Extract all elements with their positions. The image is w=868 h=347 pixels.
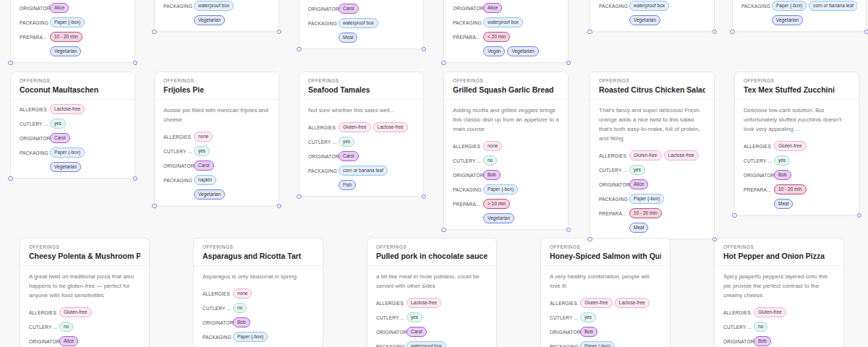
tag-list: Bob xyxy=(233,317,250,327)
tag-list: Fish xyxy=(339,180,356,190)
field-rows: ALLERGIES Gluten-free CUTLERY ... no ORI… xyxy=(29,307,140,346)
card-handle-bottom-left[interactable] xyxy=(441,61,446,66)
field-label: PACKAGING xyxy=(453,187,483,192)
card-title: Tex Mex Stuffed Zucchini xyxy=(744,85,850,94)
card-handle-bottom-left[interactable] xyxy=(152,204,157,209)
field-row: ALLERGIES Gluten-free xyxy=(723,307,835,317)
field-rows: ALLERGIES none CUTLERY ... yes ORIGINATO… xyxy=(163,132,270,200)
offering-card[interactable]: PACKAGING waterproof box Vegetarian xyxy=(154,0,279,32)
field-label: CUTLERY ... xyxy=(20,121,50,127)
tag-list: Alice xyxy=(50,3,69,13)
tag-pill: Bob xyxy=(774,170,791,180)
tag-pill: Paper (-box) xyxy=(580,341,615,347)
card-body: PACKAGING waterproof box Vegetarian xyxy=(155,0,278,31)
tag-list: no xyxy=(483,155,497,166)
field-row: VeganVegetarian xyxy=(453,46,559,56)
card-header: OFFERINGS Asparagus and Ricotta Tart xyxy=(194,239,323,266)
offering-card[interactable]: OFFERINGS Grilled Squash Garlic Bread Ad… xyxy=(443,72,569,230)
offering-card[interactable]: OFFERINGS Cheesy Polenta & Mushroom Pizz… xyxy=(20,238,150,347)
tag-list: Bob xyxy=(774,170,791,180)
card-handle-bottom-left[interactable] xyxy=(730,30,735,35)
field-row: PREPARA... 10 - 20 min xyxy=(599,208,705,218)
card-handle-bottom-right[interactable] xyxy=(566,61,571,66)
field-label: PACKAGING xyxy=(308,168,339,174)
field-label: ALLERGIES xyxy=(163,134,194,140)
tag-pill: < 20 min xyxy=(483,32,510,42)
card-handle-bottom-right[interactable] xyxy=(133,176,138,181)
field-row: ALLERGIES Gluten-free xyxy=(29,307,140,317)
offering-card[interactable]: OFFERINGS Roasted Citrus Chicken Salad T… xyxy=(590,72,715,239)
tag-pill: 10 - 20 min xyxy=(629,208,662,218)
tag-list: Bob xyxy=(754,336,771,346)
field-rows: ORIGINATOR Alice PACKAGING waterproof bo… xyxy=(453,3,559,56)
tag-pill: 10 - 20 min xyxy=(50,32,82,42)
field-label: CUTLERY ... xyxy=(599,168,629,173)
offering-card[interactable]: PACKAGING Paper (-box)corn or banana lea… xyxy=(732,0,867,32)
offering-card[interactable]: OFFERINGS Tex Mex Stuffed Zucchini Delic… xyxy=(734,72,859,215)
tag-list: Paper (-box) xyxy=(50,17,85,27)
tag-pill: yes xyxy=(50,119,66,129)
card-handle-bottom-right[interactable] xyxy=(422,47,427,52)
card-handle-bottom-right[interactable] xyxy=(566,228,571,233)
field-label: PACKAGING xyxy=(163,4,194,9)
offering-card[interactable]: ORIGINATOR Alice PACKAGING Paper (-box) … xyxy=(10,0,135,63)
card-handle-bottom-right[interactable] xyxy=(277,204,282,209)
card-handle-bottom-left[interactable] xyxy=(152,30,157,35)
tag-pill: none xyxy=(194,132,213,142)
offering-card[interactable]: PACKAGING waterproof box Vegetarian xyxy=(590,0,715,32)
field-row: CUTLERY ... yes xyxy=(20,119,126,129)
tag-list: Vegetarian xyxy=(194,15,225,25)
card-handle-bottom-right[interactable] xyxy=(133,61,138,66)
card-handle-bottom-right[interactable] xyxy=(712,237,718,242)
field-row: ORIGINATOR Carol xyxy=(163,160,270,171)
card-handle-bottom-right[interactable] xyxy=(277,30,282,35)
tag-list: yes xyxy=(339,137,354,147)
tag-pill: yes xyxy=(407,312,422,322)
card-handle-bottom-right[interactable] xyxy=(857,213,862,218)
field-rows: ALLERGIES Lactose-free CUTLERY ... yes O… xyxy=(20,104,126,172)
field-row: ORIGINATOR Alice xyxy=(29,336,140,346)
tag-pill: napkin xyxy=(194,175,216,185)
card-handle-bottom-left[interactable] xyxy=(732,213,737,218)
card-handle-bottom-left[interactable] xyxy=(441,228,446,233)
offering-card[interactable]: OFFERINGS Honey-Spiced Salmon with Quino… xyxy=(540,238,671,347)
card-handle-bottom-left[interactable] xyxy=(587,237,592,242)
table-name-label: OFFERINGS xyxy=(453,78,559,83)
tag-pill: Gluten-free xyxy=(754,307,786,317)
tag-pill: Gluten-free xyxy=(774,141,807,151)
field-rows: ALLERGIES none CUTLERY ... no ORIGINATOR… xyxy=(453,141,559,223)
field-label: ORIGINATOR xyxy=(163,163,194,168)
card-handle-bottom-right[interactable] xyxy=(712,30,718,35)
card-handle-bottom-left[interactable] xyxy=(587,30,592,35)
field-label: CUTLERY ... xyxy=(376,315,407,320)
card-handle-bottom-left[interactable] xyxy=(297,194,302,200)
offering-card[interactable]: OFFERINGS Asparagus and Ricotta Tart Asp… xyxy=(193,238,323,347)
offering-card[interactable]: ORIGINATOR Carol PACKAGING waterproof bo… xyxy=(299,0,424,49)
card-handle-bottom-left[interactable] xyxy=(297,47,302,52)
offering-card[interactable]: OFFERINGS Frijoles Pie Aussie pie filled… xyxy=(154,72,279,206)
card-handle-bottom-right[interactable] xyxy=(422,194,427,200)
table-name-label: OFFERINGS xyxy=(599,78,705,83)
field-label: ORIGINATOR xyxy=(453,6,483,11)
offering-card[interactable]: OFFERINGS Pulled pork in chocolate sauce… xyxy=(367,238,497,347)
field-row: CUTLERY ... no xyxy=(203,303,314,313)
tag-pill: > 10 min xyxy=(483,199,510,209)
field-row: ORIGINATOR Bob xyxy=(550,327,661,337)
field-label: PREPARA... xyxy=(453,35,483,40)
card-handle-bottom-left[interactable] xyxy=(8,61,13,66)
offering-card[interactable]: OFFERINGS Hot Pepper and Onion Pizza Spi… xyxy=(714,238,844,347)
card-handle-bottom-right[interactable] xyxy=(864,30,868,35)
table-name-label: OFFERINGS xyxy=(163,78,270,83)
tag-list: Vegetarian xyxy=(772,15,803,25)
offering-card[interactable]: OFFERINGS Coconut Maultaschen ALLERGIES … xyxy=(10,72,135,179)
field-row: ORIGINATOR Bob xyxy=(723,336,835,346)
tag-list: Vegetarian xyxy=(50,162,81,172)
tag-pill: Bob xyxy=(580,327,597,337)
card-handle-bottom-left[interactable] xyxy=(8,176,13,181)
field-label: ORIGINATOR xyxy=(29,339,59,344)
offering-card[interactable]: ORIGINATOR Alice PACKAGING waterproof bo… xyxy=(443,0,569,63)
offering-card[interactable]: OFFERINGS Seafood Tamales Not sure wheth… xyxy=(299,72,424,197)
tag-pill: Fish xyxy=(339,180,356,190)
field-rows: ALLERGIES Gluten-freeLactose-free CUTLER… xyxy=(308,122,414,190)
tag-list: yes xyxy=(194,146,210,156)
